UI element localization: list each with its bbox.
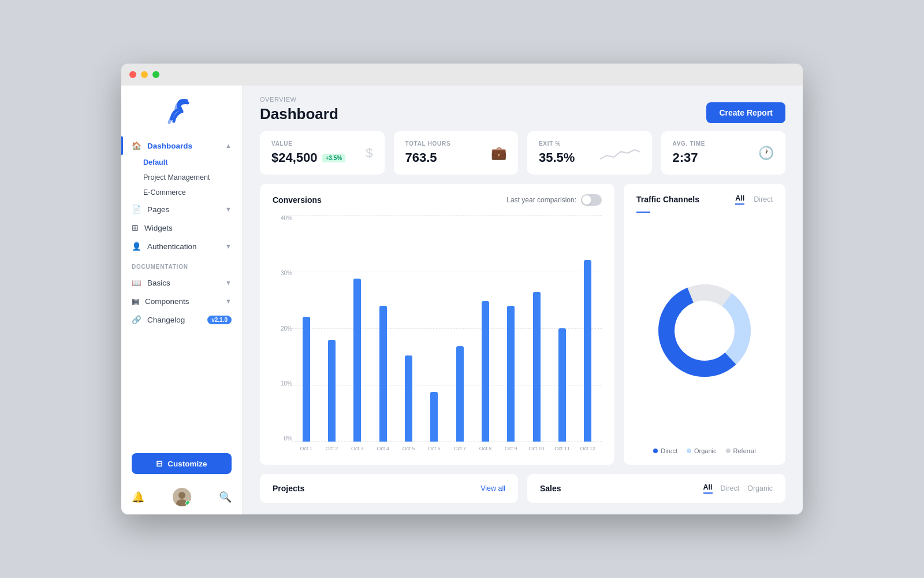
bar-group <box>397 215 420 442</box>
stat-value-left: Value $24,500 +3.5% <box>271 140 345 165</box>
projects-card: Projects View all <box>260 474 518 503</box>
sales-tabs: All Direct Organic <box>703 483 773 494</box>
legend-organic: Organic <box>687 447 717 454</box>
bar-group <box>320 215 343 442</box>
conversions-header: Conversions Last year comparision: <box>273 194 602 206</box>
minimize-button[interactable] <box>141 71 148 78</box>
sidebar-subitem-ecommerce[interactable]: E-Commerce <box>121 185 242 200</box>
header-left: Overview Dashboard <box>260 96 338 123</box>
stat-avgtime-left: Avg. Time 2:37 <box>673 140 706 165</box>
stat-avgtime-label: Avg. Time <box>673 140 706 147</box>
sales-tab-all[interactable]: All <box>703 483 713 494</box>
stat-card-value: Value $24,500 +3.5% $ <box>260 131 385 175</box>
sales-tab-organic[interactable]: Organic <box>747 484 773 492</box>
bar-group <box>346 215 369 442</box>
bottom-row: Projects View all Sales All Direct Organ… <box>243 474 803 514</box>
bar <box>405 355 412 442</box>
bar-chart: 40% 30% 20% 10% 0% <box>273 213 602 454</box>
home-icon: 🏠 <box>132 141 141 150</box>
user-avatar[interactable] <box>173 488 191 506</box>
legend-referral: Referral <box>726 447 756 454</box>
bar <box>533 292 541 442</box>
stat-exit-amount: 35.5% <box>539 150 575 165</box>
sidebar-item-components[interactable]: ▦ Components ▼ <box>121 292 242 310</box>
logo <box>121 86 242 134</box>
sales-tab-direct[interactable]: Direct <box>721 484 740 492</box>
stats-row: Value $24,500 +3.5% $ Total Hours 763.5 <box>243 131 803 184</box>
stat-avgtime-value: 2:37 <box>673 150 706 165</box>
x-label: Oct 9 <box>500 446 523 451</box>
charts-row: Conversions Last year comparision: 40% <box>243 184 803 474</box>
legend-dot-referral <box>726 449 731 453</box>
chevron-down-icon-comp: ▼ <box>225 298 232 305</box>
stat-avgtime-amount: 2:37 <box>673 150 698 165</box>
sidebar-item-widgets[interactable]: ⊞ Widgets <box>121 218 242 237</box>
bar-group <box>500 215 523 442</box>
donut-legend: Direct Organic Referral <box>636 443 773 454</box>
sidebar-item-authentication[interactable]: 👤 Authentication ▼ <box>121 237 242 255</box>
sidebar: 🏠 Dashboards ▲ Default Project Managemen… <box>121 86 243 514</box>
x-label: Oct 2 <box>320 446 343 451</box>
sidebar-item-basics[interactable]: 📖 Basics ▼ <box>121 273 242 292</box>
sliders-icon: ⊟ <box>156 459 163 468</box>
bar-group <box>371 215 394 442</box>
bell-icon[interactable]: 🔔 <box>132 491 144 503</box>
customize-button-label: Customize <box>167 460 207 468</box>
sidebar-subitem-default[interactable]: Default <box>121 155 242 170</box>
y-label-30: 30% <box>273 270 292 276</box>
stat-value-amount: $24,500 +3.5% <box>271 150 345 165</box>
stat-exit-left: Exit % 35.5% <box>539 140 575 165</box>
conversions-chart-card: Conversions Last year comparision: 40% <box>260 184 614 465</box>
sidebar-item-changelog[interactable]: 🔗 Changelog v2.1.0 <box>121 310 242 329</box>
sidebar-item-components-label: Components <box>145 297 219 306</box>
sidebar-subitem-project-management[interactable]: Project Management <box>121 170 242 185</box>
bar-group <box>295 215 318 442</box>
app-logo <box>167 98 197 124</box>
sales-card: Sales All Direct Organic <box>527 474 785 503</box>
legend-direct: Direct <box>653 447 677 454</box>
traffic-tab-direct[interactable]: Direct <box>754 195 773 203</box>
sidebar-item-dashboards-label: Dashboards <box>147 142 219 150</box>
create-report-button[interactable]: Create Report <box>706 102 785 123</box>
y-axis: 40% 30% 20% 10% 0% <box>273 213 292 454</box>
sidebar-item-basics-label: Basics <box>147 279 219 287</box>
traffic-title: Traffic Channels <box>636 195 699 204</box>
bar-group <box>423 215 446 442</box>
x-label: Oct 6 <box>423 446 446 451</box>
legend-label-referral: Referral <box>733 447 756 454</box>
x-label: Oct 3 <box>346 446 369 451</box>
bar <box>303 317 310 442</box>
online-indicator <box>185 501 191 506</box>
traffic-tab-all[interactable]: All <box>735 194 744 205</box>
tab-indicator <box>636 212 650 213</box>
sidebar-item-authentication-label: Authentication <box>147 242 219 251</box>
y-label-10: 10% <box>273 380 292 387</box>
app-body: 🏠 Dashboards ▲ Default Project Managemen… <box>121 86 803 514</box>
stat-dollar-amount: $24,500 <box>271 150 318 165</box>
bar <box>456 346 464 442</box>
bars-grid <box>292 215 602 442</box>
projects-title: Projects <box>273 484 304 493</box>
close-button[interactable] <box>129 71 136 78</box>
search-icon[interactable]: 🔍 <box>219 491 232 503</box>
briefcase-icon: 💼 <box>491 146 506 161</box>
conversions-toggle[interactable] <box>581 194 602 206</box>
bar <box>430 392 438 442</box>
main-content: Overview Dashboard Create Report Value $… <box>243 86 803 514</box>
legend-dot-organic <box>687 449 691 453</box>
bar <box>328 340 336 442</box>
clock-icon: 🕐 <box>758 146 774 161</box>
sidebar-subitem-pm-label: Project Management <box>143 173 210 181</box>
maximize-button[interactable] <box>152 71 159 78</box>
sidebar-subitem-default-label: Default <box>143 158 167 166</box>
page-title: Dashboard <box>260 105 338 123</box>
bar <box>482 301 489 442</box>
sidebar-item-widgets-label: Widgets <box>144 224 232 232</box>
sidebar-item-dashboards[interactable]: 🏠 Dashboards ▲ <box>121 136 242 155</box>
customize-button[interactable]: ⊟ Customize <box>132 453 232 474</box>
traffic-channels-card: Traffic Channels All Direct <box>624 184 785 465</box>
sidebar-item-pages[interactable]: 📄 Pages ▼ <box>121 200 242 218</box>
bar-chart-inner: 40% 30% 20% 10% 0% <box>273 213 602 454</box>
projects-view-all[interactable]: View all <box>480 484 505 492</box>
bar <box>584 260 591 442</box>
